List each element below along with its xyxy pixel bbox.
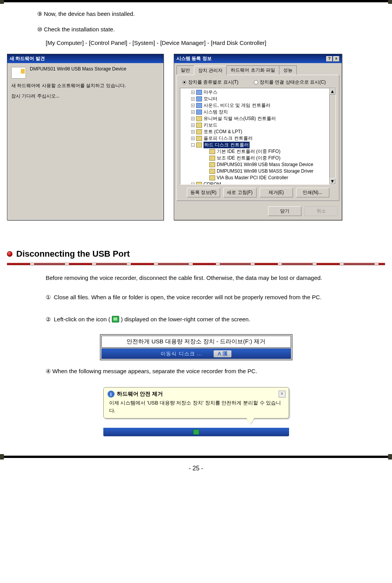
tree-item-label: 마우스 (204, 89, 217, 96)
tree-item-label: DMPUMS01 Win98 USB Mass Storage Device (217, 161, 313, 168)
device-icon (196, 110, 202, 115)
expand-collapse-icon[interactable]: + (191, 104, 195, 107)
step-2-text-b: ) displayed on the lower-right corner of… (121, 316, 250, 322)
expand-collapse-icon[interactable]: + (191, 91, 195, 94)
expand-collapse-icon[interactable]: + (191, 137, 195, 140)
device-name: DMPUMS01 Win98 USB Mass Storage Device (30, 66, 126, 72)
install-msg-1: 새 하드웨어에 사용할 소프트웨어를 설치하고 있습니다. (11, 82, 159, 89)
tree-item-label: 유니버설 직렬 버스(USB) 컨트롤러 (204, 115, 276, 122)
device-tree[interactable]: +마우스+모니터+사운드, 비디오 및 게임 컨트롤러+시스템 장치+유니버설 … (180, 88, 336, 185)
print-button[interactable]: 인쇄(N)... (296, 188, 329, 197)
tree-item[interactable]: 기본 IDE 컨트롤러 (이중 FIFO) (180, 148, 336, 155)
disconnect-intro: Before removing the voice recorder, disc… (4, 272, 388, 290)
balloon-title: 하드웨어 안전 제거 (117, 391, 163, 398)
tab-device-manager[interactable]: 장치 관리자 (194, 66, 227, 75)
tree-item-label: 사운드, 비디오 및 게임 컨트롤러 (204, 102, 270, 109)
radio-view-by-connection[interactable]: 장치를 연결 상태순으로 표시(C) (254, 79, 326, 86)
expand-collapse-icon[interactable]: + (191, 183, 195, 185)
device-icon (209, 149, 215, 154)
scrollbar[interactable]: ▲ ▼ (329, 88, 336, 184)
tree-item[interactable]: +마우스 (180, 89, 336, 96)
tree-item-label: 하드 디스크 컨트롤러 (204, 142, 250, 148)
step-10-path: [My Computer] - [Control Panel] - [Syste… (4, 39, 388, 50)
tree-item-label: CDROM (204, 181, 221, 185)
info-icon: i (108, 391, 115, 398)
step-1-text: Close all files. When a file or folder i… (54, 291, 383, 304)
scroll-up-icon[interactable]: ▲ (330, 88, 336, 94)
tree-item-label: VIA Bus Master PCI IDE Controller (217, 175, 288, 181)
balloon-tail-icon (246, 418, 254, 424)
tree-item-label: 플로피 디스크 컨트롤러 (204, 135, 253, 142)
tree-item-label: 포트 (COM & LPT) (204, 129, 242, 135)
tray-safely-remove-icon (112, 316, 119, 322)
expand-collapse-icon[interactable]: + (191, 97, 195, 101)
install-msg-2: 잠시 기다려 주십시오... (11, 93, 159, 99)
tree-item[interactable]: VIA Bus Master PCI IDE Controller (180, 175, 336, 181)
device-icon (196, 103, 202, 108)
tree-item[interactable]: DMPUMS01 Win98 USB Mass Storage Device (180, 161, 336, 168)
tree-item-label: 기본 IDE 컨트롤러 (이중 FIFO) (217, 148, 281, 155)
radio-icon (254, 80, 258, 84)
tree-item-label: 키보드 (204, 122, 217, 129)
remove-button[interactable]: 제거(E) (260, 188, 293, 197)
step-2-text-a: Left-click on the icon ( (54, 316, 110, 322)
properties-button[interactable]: 등록 정보(R) (187, 188, 220, 197)
tree-item-label: 보조 IDE 컨트롤러 (이중 FIFO) (217, 155, 281, 161)
step-2-text: Left-click on the icon ( ) displayed on … (54, 313, 383, 326)
tree-item-label: 모니터 (204, 96, 217, 102)
tree-item-label: 시스템 장치 (204, 109, 228, 115)
tree-item[interactable]: DMPUMS01 Win98 USB MASS Storage Driver (180, 168, 336, 175)
tree-item[interactable]: +시스템 장치 (180, 109, 336, 115)
taskbar-item: 이동식 디스크 ... (161, 350, 202, 357)
tree-item[interactable]: +키보드 (180, 122, 336, 129)
dialog-titlebar: 새 하드웨어 발견 (7, 54, 163, 63)
tree-item[interactable]: +사운드, 비디오 및 게임 컨트롤러 (180, 102, 336, 109)
page-number: - 25 - (0, 458, 392, 472)
refresh-button[interactable]: 새로 고침(F) (223, 188, 257, 197)
expand-collapse-icon[interactable]: + (191, 123, 195, 127)
tree-item[interactable]: 보조 IDE 컨트롤러 (이중 FIFO) (180, 155, 336, 161)
tree-item[interactable]: +유니버설 직렬 버스(USB) 컨트롤러 (180, 115, 336, 122)
radio-label-type: 장치를 종류별로 표시(T) (188, 79, 238, 86)
installer-icon (11, 67, 26, 79)
device-icon (209, 162, 215, 167)
radio-label-conn: 장치를 연결 상태순으로 표시(C) (260, 79, 326, 86)
device-icon (196, 136, 202, 141)
tree-item[interactable]: +플로피 디스크 컨트롤러 (180, 135, 336, 142)
close-button[interactable]: 닫기 (268, 206, 301, 216)
tab-hardware-profiles[interactable]: 하드웨어 초기화 파일 (226, 65, 279, 75)
titlebar-close-button[interactable]: × (333, 56, 339, 62)
radio-icon (182, 80, 187, 84)
device-icon (209, 156, 215, 161)
tree-item[interactable]: -하드 디스크 컨트롤러 (180, 142, 336, 148)
tree-item[interactable]: +CDROM (180, 181, 336, 185)
device-icon (196, 129, 202, 134)
device-icon (196, 90, 202, 95)
tab-general[interactable]: 일반 (176, 65, 194, 75)
device-icon (196, 182, 202, 185)
device-icon (196, 96, 202, 101)
tree-item[interactable]: +모니터 (180, 96, 336, 102)
scroll-down-icon[interactable]: ▼ (330, 178, 336, 184)
device-icon (196, 116, 202, 121)
dialog-system-properties: 시스템 등록 정보 ? × 일반 장치 관리자 하드웨어 초기화 파일 성능 (174, 54, 342, 220)
tray-safely-remove-icon (193, 429, 199, 435)
tree-item-label: DMPUMS01 Win98 USB MASS Storage Driver (217, 168, 313, 175)
expand-collapse-icon[interactable]: + (191, 117, 195, 120)
device-icon (196, 142, 202, 147)
device-icon (209, 175, 215, 180)
expand-collapse-icon[interactable]: + (191, 130, 195, 134)
balloon-message: 이제 시스템에서 'USB 대용량 저장소 장치' 장치를 안전하게 분리할 수… (108, 398, 285, 414)
dialog-new-hardware: 새 하드웨어 발견 DMPUMS01 Win98 USB Mass Storag… (7, 54, 164, 220)
titlebar-help-button[interactable]: ? (326, 56, 332, 62)
tree-item[interactable]: +포트 (COM & LPT) (180, 129, 336, 135)
step-4-text: ④ When the following message appears, se… (46, 365, 383, 377)
balloon-close-button[interactable]: × (279, 391, 286, 398)
page-bottom-rule (0, 456, 392, 458)
expand-collapse-icon[interactable]: - (191, 143, 195, 147)
tab-performance[interactable]: 성능 (279, 65, 297, 75)
tray-tooltip-screenshot: 안전하게 USB 대용량 저장소 장치 - 드라이브(F:) 제거 이동식 디스… (100, 334, 293, 360)
expand-collapse-icon[interactable]: + (191, 110, 195, 114)
radio-view-by-type[interactable]: 장치를 종류별로 표시(T) (182, 79, 238, 86)
balloon-notification: i 하드웨어 안전 제거 × 이제 시스템에서 'USB 대용량 저장소 장치'… (103, 387, 289, 418)
